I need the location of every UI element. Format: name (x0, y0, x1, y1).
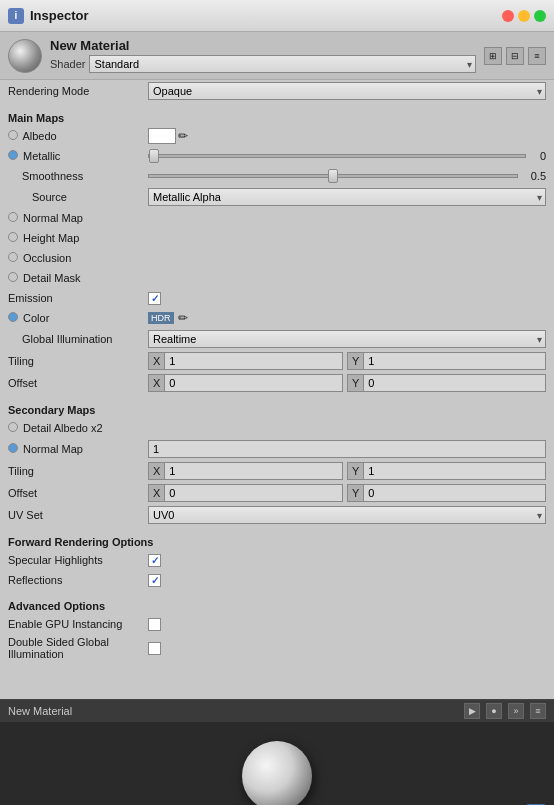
smoothness-label-area: Smoothness (8, 170, 148, 182)
occlusion-label: Occlusion (23, 252, 71, 264)
secondary-offset-row: Offset X Y (0, 482, 554, 504)
emission-label: Emission (8, 292, 53, 304)
secondary-tiling-y-input[interactable] (364, 462, 546, 480)
close-button[interactable] (502, 10, 514, 22)
height-map-label-area: Height Map (8, 232, 148, 244)
specular-highlights-content (148, 554, 546, 567)
shader-select-wrapper[interactable]: Standard (89, 55, 476, 73)
global-illumination-select-wrapper[interactable]: Realtime (148, 330, 546, 348)
rendering-mode-select[interactable]: Opaque (148, 82, 546, 100)
detail-albedo-label-area: Detail Albedo x2 (8, 422, 148, 434)
secondary-offset-label: Offset (8, 487, 148, 499)
secondary-tiling-y-field: Y (347, 462, 546, 480)
tiling-row: Tiling X Y (0, 350, 554, 372)
detail-albedo-circle (8, 422, 18, 432)
tiling-y-label: Y (347, 352, 364, 370)
double-sided-content (148, 642, 546, 655)
preview-play-btn[interactable]: ▶ (464, 703, 480, 719)
secondary-offset-y-input[interactable] (364, 484, 546, 502)
detail-albedo-row: Detail Albedo x2 (0, 418, 554, 438)
tiling-content: X Y (148, 352, 546, 370)
secondary-tiling-y-label: Y (347, 462, 364, 480)
offset-x-input[interactable] (165, 374, 343, 392)
albedo-row: Albedo ✏ (0, 126, 554, 146)
preview-menu-btn[interactable]: ≡ (530, 703, 546, 719)
preview-dot-btn[interactable]: ● (486, 703, 502, 719)
secondary-normal-map-circle (8, 443, 18, 453)
maximize-button[interactable] (534, 10, 546, 22)
tiling-x-label: X (148, 352, 165, 370)
albedo-picker-icon[interactable]: ✏ (178, 129, 188, 143)
preview-content: ↗ (0, 722, 554, 805)
hdr-badge: HDR (148, 312, 174, 324)
emission-row: Emission (0, 288, 554, 308)
inspector-body: Rendering Mode Opaque Main Maps Albedo ✏… (0, 80, 554, 699)
albedo-label-area: Albedo (8, 130, 148, 142)
tiling-x-field: X (148, 352, 347, 370)
source-select-wrapper[interactable]: Metallic Alpha (148, 188, 546, 206)
smoothness-content: 0.5 (148, 170, 546, 182)
material-icon-btn-1[interactable]: ⊞ (484, 47, 502, 65)
secondary-tiling-row: Tiling X Y (0, 460, 554, 482)
color-picker-icon[interactable]: ✏ (178, 311, 188, 325)
specular-highlights-label: Specular Highlights (8, 554, 148, 566)
albedo-color-swatch[interactable] (148, 128, 176, 144)
title-bar: i Inspector (0, 0, 554, 32)
secondary-normal-map-value[interactable] (148, 440, 546, 458)
metallic-label-area: Metallic (8, 150, 148, 162)
source-label: Source (8, 191, 67, 203)
smoothness-slider[interactable] (148, 174, 518, 178)
material-header: New Material Shader Standard ⊞ ⊟ ≡ (0, 32, 554, 80)
normal-map-label-area: Normal Map (8, 212, 148, 224)
tiling-x-input[interactable] (165, 352, 343, 370)
color-label: Color (23, 312, 49, 324)
uv-set-content: UV0 (148, 506, 546, 524)
occlusion-circle (8, 252, 18, 262)
material-icon-btn-2[interactable]: ⊟ (506, 47, 524, 65)
uv-set-select[interactable]: UV0 (148, 506, 546, 524)
height-map-circle (8, 232, 18, 242)
secondary-offset-x-input[interactable] (165, 484, 343, 502)
global-illumination-label: Global Illumination (8, 333, 148, 345)
shader-select[interactable]: Standard (89, 55, 476, 73)
preview-sphere (242, 741, 312, 805)
global-illumination-select[interactable]: Realtime (148, 330, 546, 348)
double-sided-checkbox[interactable] (148, 642, 161, 655)
specular-highlights-checkbox[interactable] (148, 554, 161, 567)
offset-y-input[interactable] (364, 374, 546, 392)
uv-set-select-wrapper[interactable]: UV0 (148, 506, 546, 524)
smoothness-row: Smoothness 0.5 (0, 166, 554, 186)
secondary-tiling-x-field: X (148, 462, 347, 480)
tiling-y-field: Y (347, 352, 546, 370)
occlusion-row: Occlusion (0, 248, 554, 268)
minimize-button[interactable] (518, 10, 530, 22)
secondary-offset-y-label: Y (347, 484, 364, 502)
offset-x-field: X (148, 374, 347, 392)
secondary-normal-map-row: Normal Map (0, 438, 554, 460)
secondary-offset-content: X Y (148, 484, 546, 502)
metallic-slider[interactable] (148, 154, 526, 158)
albedo-circle (8, 130, 18, 140)
secondary-normal-map-content (148, 440, 546, 458)
enable-gpu-checkbox[interactable] (148, 618, 161, 631)
source-select[interactable]: Metallic Alpha (148, 188, 546, 206)
forward-rendering-header: Forward Rendering Options (0, 532, 554, 550)
albedo-label: Albedo (22, 130, 56, 142)
offset-x-label: X (148, 374, 165, 392)
secondary-tiling-x-input[interactable] (165, 462, 343, 480)
rendering-mode-row: Rendering Mode Opaque (0, 80, 554, 102)
offset-row: Offset X Y (0, 372, 554, 394)
preview-arrow-btn[interactable]: » (508, 703, 524, 719)
metallic-circle (8, 150, 18, 160)
secondary-maps-header: Secondary Maps (0, 400, 554, 418)
source-row: Source Metallic Alpha (0, 186, 554, 208)
preview-panel: New Material ▶ ● » ≡ ↗ (0, 699, 554, 805)
emission-checkbox[interactable] (148, 292, 161, 305)
tiling-y-input[interactable] (364, 352, 546, 370)
detail-mask-circle (8, 272, 18, 282)
reflections-checkbox[interactable] (148, 574, 161, 587)
enable-gpu-label: Enable GPU Instancing (8, 618, 148, 630)
offset-y-field: Y (347, 374, 546, 392)
material-icon-btn-3[interactable]: ≡ (528, 47, 546, 65)
rendering-mode-select-wrapper[interactable]: Opaque (148, 82, 546, 100)
